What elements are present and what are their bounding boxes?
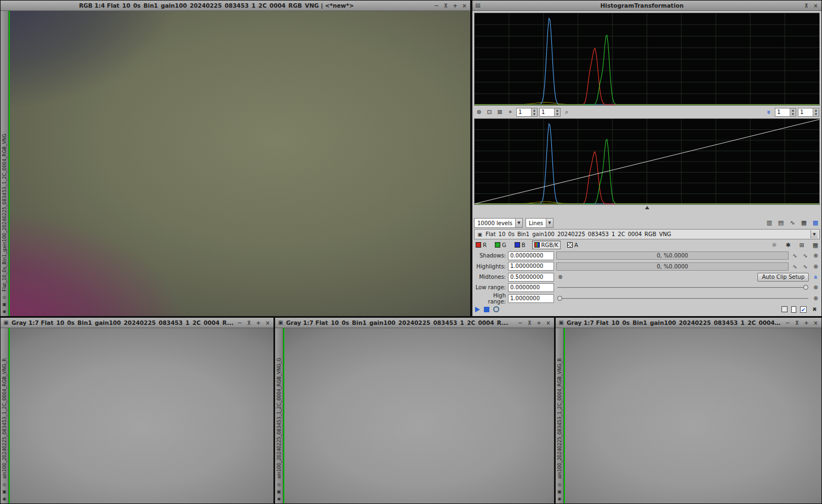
grid-icon[interactable]: ▦ <box>811 240 820 249</box>
shade-button[interactable]: ⊼ <box>793 319 801 327</box>
shade-button[interactable]: ⊼ <box>245 319 253 327</box>
high-range-slider[interactable] <box>556 294 809 303</box>
spin-arrows-icon[interactable]: ▲▼ <box>531 108 537 116</box>
slider-thumb[interactable] <box>557 296 562 301</box>
chevron-down-icon[interactable]: ▼ <box>810 230 818 238</box>
close-button[interactable]: × <box>460 2 469 10</box>
minimize-button[interactable]: − <box>516 319 524 327</box>
close-button[interactable]: × <box>264 319 272 327</box>
enabled-checkbox[interactable]: ✔ <box>800 306 807 313</box>
zoom-fit-icon[interactable]: ⊡ <box>485 108 494 117</box>
spin-arrows-icon[interactable]: ▲▼ <box>790 108 796 116</box>
highlights-reset-icon[interactable]: ⊗ <box>812 262 820 271</box>
low-range-input[interactable]: 0.0000000 <box>508 283 554 292</box>
chevron-down-icon[interactable]: ▼ <box>515 219 522 227</box>
select-tool-icon[interactable]: ▣ <box>276 489 282 495</box>
spin-arrows-icon[interactable]: ▲▼ <box>813 108 819 116</box>
rgb-flat-image[interactable] <box>10 11 470 316</box>
zoom-tool-icon[interactable]: ◎ <box>557 482 563 488</box>
plot-option-icon[interactable]: ▦ <box>800 219 808 227</box>
channel-r-button[interactable]: R <box>474 240 488 249</box>
vertical-zoom-spinbox[interactable]: 1 ▲▼ <box>539 108 561 117</box>
select-tool-icon[interactable]: ▣ <box>2 301 8 307</box>
gray-b-flat-image[interactable] <box>565 328 821 503</box>
select-tool-icon[interactable]: ▣ <box>2 489 8 495</box>
highlights-input[interactable]: 1.00000000 <box>508 262 554 271</box>
auto-stretch-icon[interactable]: ☼ <box>770 240 779 249</box>
output-vertical-zoom-spinbox[interactable]: 1 ▲▼ <box>798 108 819 117</box>
shade-button[interactable]: ⊼ <box>526 319 534 327</box>
gray-r-flat-image[interactable] <box>10 328 273 503</box>
grid-toggle-icon[interactable]: ▩ <box>811 219 820 227</box>
select-tool-icon[interactable]: ▣ <box>557 489 563 495</box>
spin-arrows-icon[interactable]: ▲▼ <box>554 108 560 116</box>
rgb-window-titlebar[interactable]: RGB 1:4 Flat_10_0s_Bin1_gain100_20240225… <box>1 1 470 11</box>
pan-mode-icon[interactable]: ⊕ <box>475 108 483 117</box>
image-id-strip[interactable]: Flat_10_0s_Bin1_gain100_20240225_083453_… <box>1 11 9 316</box>
image-id-strip[interactable]: ain100_20240225_083453_1_2C_0004_RGB_VNG… <box>1 328 9 503</box>
gray-g-flat-image[interactable] <box>284 328 554 503</box>
gear-icon[interactable]: ✱ <box>784 240 792 249</box>
channel-b-button[interactable]: B <box>513 240 527 249</box>
documentation-icon[interactable] <box>791 306 796 313</box>
zoom-button[interactable]: + <box>451 2 459 10</box>
image-window-rgb[interactable]: RGB 1:4 Flat_10_0s_Bin1_gain100_20240225… <box>0 0 471 317</box>
highlights-clip-icon[interactable]: ∿ <box>791 262 799 271</box>
apply-icon[interactable] <box>475 307 480 312</box>
histogram-transformation-window[interactable]: ▤ HistogramTransformation ⊼ × ⊕ ⊡ ⊠ ⌖ 1 … <box>472 0 822 317</box>
midtones-marker-strip[interactable] <box>474 206 820 210</box>
image-id-strip[interactable]: ain100_20240225_083453_1_2C_0004_RGB_VNG… <box>556 328 564 503</box>
midtones-marker[interactable] <box>645 206 649 209</box>
resolution-select[interactable]: 10000 levels ▼ <box>474 218 523 228</box>
zoom-tool-icon[interactable]: ◎ <box>2 294 8 300</box>
input-histogram-plot[interactable] <box>475 13 819 105</box>
channel-rgbk-button[interactable]: RGB/K <box>532 240 561 249</box>
plot-option-icon[interactable]: ▤ <box>777 219 785 227</box>
low-range-slider[interactable] <box>556 283 809 292</box>
image-window-gray-r[interactable]: ▣ Gray 1:7 Flat_10_0s_Bin1_gain100_20240… <box>0 317 274 504</box>
zoom-button[interactable]: + <box>254 319 262 327</box>
scroll-down-icon[interactable]: » <box>765 108 773 117</box>
shade-button[interactable]: ⊼ <box>802 2 810 10</box>
slider-thumb[interactable] <box>803 285 808 290</box>
image-window-gray-b[interactable]: ▣ Gray 1:7 Flat_10_0s_Bin1_gain100_20240… <box>555 317 822 504</box>
low-range-reset-icon[interactable]: ⊗ <box>812 283 820 291</box>
process-window-icon[interactable]: ▤ <box>474 2 482 9</box>
info-tool-icon[interactable]: ◉ <box>2 496 8 502</box>
minimize-button[interactable]: − <box>784 319 792 327</box>
plot-style-select[interactable]: Lines ▼ <box>526 218 553 228</box>
scroll-up-icon[interactable]: » <box>812 273 819 282</box>
apply-global-icon[interactable] <box>484 307 489 312</box>
plot-option-icon[interactable]: ∿ <box>788 219 797 227</box>
zoom-tool-icon[interactable]: ◎ <box>276 482 282 488</box>
output-horizontal-zoom-spinbox[interactable]: 1 ▲▼ <box>775 108 796 117</box>
zoom-button[interactable]: + <box>802 319 810 327</box>
midtones-input[interactable]: 0.50000000 <box>508 273 554 282</box>
add-mode-icon[interactable]: ⊞ <box>797 240 806 249</box>
close-button[interactable]: × <box>812 319 820 327</box>
high-range-reset-icon[interactable]: ⊗ <box>812 294 820 302</box>
shadows-reset-icon[interactable]: ⊗ <box>812 251 820 260</box>
gray-g-titlebar[interactable]: ▣ Gray 1:7 Flat_10_0s_Bin1_gain100_20240… <box>275 318 554 328</box>
zoom-box-icon[interactable]: ⊠ <box>495 108 504 117</box>
zoom-tool-icon[interactable]: ◎ <box>2 482 8 488</box>
shadows-clip-icon[interactable]: ∿ <box>791 251 799 260</box>
minimize-button[interactable]: − <box>236 319 244 327</box>
output-histogram-plot[interactable] <box>475 119 819 204</box>
info-tool-icon[interactable]: ◉ <box>276 496 282 502</box>
info-tool-icon[interactable]: ◉ <box>2 308 8 314</box>
shadows-input[interactable]: 0.00000000 <box>508 251 554 260</box>
view-selector[interactable]: ▣ Flat_10_0s_Bin1_gain100_20240225_08345… <box>474 229 820 239</box>
channel-g-button[interactable]: G <box>493 240 508 249</box>
real-time-preview-icon[interactable] <box>493 306 499 312</box>
plot-option-icon[interactable]: ▥ <box>765 219 774 227</box>
shadows-clip-count-icon[interactable]: ∿ <box>801 251 809 260</box>
high-range-input[interactable]: 1.0000000 <box>508 294 554 303</box>
edit-source-icon[interactable] <box>781 306 787 312</box>
image-window-gray-g[interactable]: ▣ Gray 1:7 Flat_10_0s_Bin1_gain100_20240… <box>275 317 555 504</box>
auto-clip-setup-button[interactable]: Auto Clip Setup <box>757 273 809 282</box>
image-id-strip[interactable]: ain100_20240225_083453_1_2C_0004_RGB_VNG… <box>275 328 283 503</box>
chevron-down-icon[interactable]: ▼ <box>546 219 553 227</box>
zoom-button[interactable]: + <box>535 319 543 327</box>
minimize-button[interactable]: − <box>432 2 441 10</box>
